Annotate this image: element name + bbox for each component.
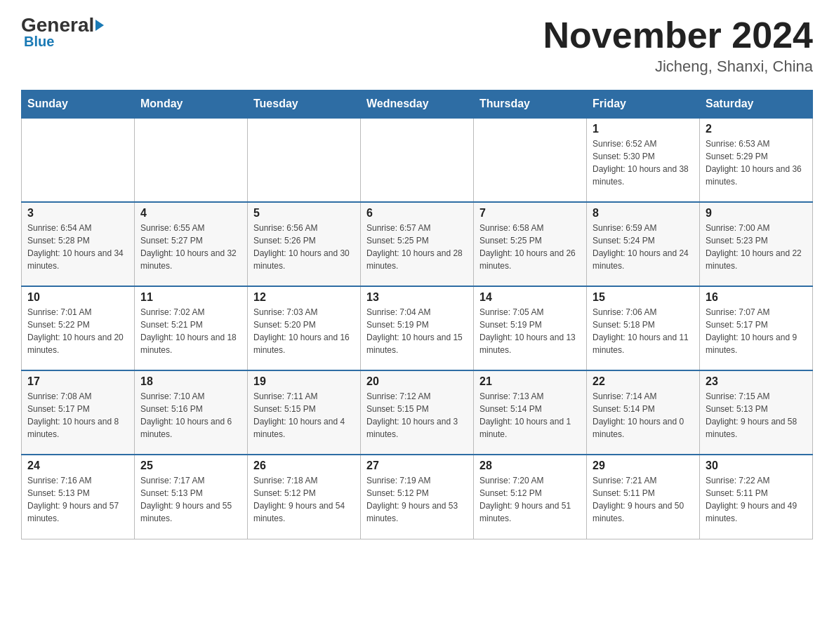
calendar-cell: 5Sunrise: 6:56 AMSunset: 5:26 PMDaylight… [248, 202, 361, 286]
day-number: 2 [706, 123, 807, 135]
day-number: 5 [253, 207, 355, 220]
day-number: 16 [706, 291, 807, 304]
day-number: 29 [593, 459, 694, 472]
day-info: Sunrise: 7:21 AMSunset: 5:11 PMDaylight:… [593, 474, 694, 525]
day-info: Sunrise: 7:17 AMSunset: 5:13 PMDaylight:… [140, 474, 241, 525]
logo: General Blue [21, 14, 105, 50]
calendar-cell: 3Sunrise: 6:54 AMSunset: 5:28 PMDaylight… [22, 202, 135, 286]
day-info: Sunrise: 6:57 AMSunset: 5:25 PMDaylight:… [366, 222, 468, 272]
logo-triangle-icon [95, 20, 104, 31]
calendar-cell: 11Sunrise: 7:02 AMSunset: 5:21 PMDayligh… [135, 286, 248, 370]
day-info: Sunrise: 6:59 AMSunset: 5:24 PMDaylight:… [593, 222, 694, 272]
page-header: General Blue November 2024 Jicheng, Shan… [21, 14, 813, 76]
calendar-cell: 21Sunrise: 7:13 AMSunset: 5:14 PMDayligh… [474, 370, 587, 455]
day-info: Sunrise: 6:53 AMSunset: 5:29 PMDaylight:… [706, 137, 807, 188]
day-number: 7 [479, 207, 581, 220]
weekday-header-friday: Friday [587, 90, 700, 119]
day-info: Sunrise: 7:20 AMSunset: 5:12 PMDaylight:… [479, 474, 581, 525]
day-number: 21 [479, 375, 581, 388]
calendar-cell: 25Sunrise: 7:17 AMSunset: 5:13 PMDayligh… [135, 455, 248, 539]
day-info: Sunrise: 6:56 AMSunset: 5:26 PMDaylight:… [253, 222, 355, 272]
calendar-week-row: 3Sunrise: 6:54 AMSunset: 5:28 PMDaylight… [22, 202, 813, 286]
day-info: Sunrise: 7:19 AMSunset: 5:12 PMDaylight:… [366, 474, 468, 525]
logo-blue: Blue [24, 34, 54, 50]
day-number: 12 [253, 291, 355, 304]
day-number: 30 [706, 459, 807, 472]
day-number: 20 [366, 375, 468, 388]
weekday-header-sunday: Sunday [22, 90, 135, 119]
calendar-cell: 2Sunrise: 6:53 AMSunset: 5:29 PMDaylight… [700, 118, 813, 202]
weekday-header-monday: Monday [135, 90, 248, 119]
day-number: 9 [706, 207, 807, 220]
calendar-cell: 6Sunrise: 6:57 AMSunset: 5:25 PMDaylight… [361, 202, 474, 286]
day-info: Sunrise: 6:58 AMSunset: 5:25 PMDaylight:… [479, 222, 581, 272]
weekday-header-row: SundayMondayTuesdayWednesdayThursdayFrid… [22, 90, 813, 119]
calendar-cell: 16Sunrise: 7:07 AMSunset: 5:17 PMDayligh… [700, 286, 813, 370]
calendar-cell: 22Sunrise: 7:14 AMSunset: 5:14 PMDayligh… [587, 370, 700, 455]
weekday-header-wednesday: Wednesday [361, 90, 474, 119]
calendar-week-row: 1Sunrise: 6:52 AMSunset: 5:30 PMDaylight… [22, 118, 813, 202]
day-info: Sunrise: 7:18 AMSunset: 5:12 PMDaylight:… [253, 474, 355, 525]
calendar-cell: 10Sunrise: 7:01 AMSunset: 5:22 PMDayligh… [22, 286, 135, 370]
calendar-cell: 29Sunrise: 7:21 AMSunset: 5:11 PMDayligh… [587, 455, 700, 539]
day-number: 1 [593, 123, 694, 135]
day-info: Sunrise: 7:14 AMSunset: 5:14 PMDaylight:… [593, 390, 694, 441]
day-info: Sunrise: 7:06 AMSunset: 5:18 PMDaylight:… [593, 306, 694, 356]
calendar-cell: 15Sunrise: 7:06 AMSunset: 5:18 PMDayligh… [587, 286, 700, 370]
day-info: Sunrise: 7:12 AMSunset: 5:15 PMDaylight:… [366, 390, 468, 441]
day-info: Sunrise: 7:22 AMSunset: 5:11 PMDaylight:… [706, 474, 807, 525]
day-info: Sunrise: 7:11 AMSunset: 5:15 PMDaylight:… [253, 390, 355, 441]
day-number: 11 [140, 291, 241, 304]
day-info: Sunrise: 7:10 AMSunset: 5:16 PMDaylight:… [140, 390, 241, 441]
title-block: November 2024 Jicheng, Shanxi, China [543, 14, 813, 76]
day-number: 6 [366, 207, 468, 220]
weekday-header-saturday: Saturday [700, 90, 813, 119]
calendar-cell: 18Sunrise: 7:10 AMSunset: 5:16 PMDayligh… [135, 370, 248, 455]
day-number: 18 [140, 375, 241, 388]
day-number: 27 [366, 459, 468, 472]
day-info: Sunrise: 6:55 AMSunset: 5:27 PMDaylight:… [140, 222, 241, 272]
day-info: Sunrise: 6:52 AMSunset: 5:30 PMDaylight:… [593, 137, 694, 188]
calendar-cell [248, 118, 361, 202]
day-info: Sunrise: 7:16 AMSunset: 5:13 PMDaylight:… [27, 474, 128, 525]
calendar-week-row: 10Sunrise: 7:01 AMSunset: 5:22 PMDayligh… [22, 286, 813, 370]
calendar-cell [361, 118, 474, 202]
calendar-week-row: 17Sunrise: 7:08 AMSunset: 5:17 PMDayligh… [22, 370, 813, 455]
day-number: 22 [593, 375, 694, 388]
day-number: 15 [593, 291, 694, 304]
calendar-cell: 17Sunrise: 7:08 AMSunset: 5:17 PMDayligh… [22, 370, 135, 455]
day-number: 26 [253, 459, 355, 472]
calendar-table: SundayMondayTuesdayWednesdayThursdayFrid… [21, 90, 813, 539]
month-year-title: November 2024 [543, 14, 813, 56]
day-info: Sunrise: 7:00 AMSunset: 5:23 PMDaylight:… [706, 222, 807, 272]
day-number: 25 [140, 459, 241, 472]
day-info: Sunrise: 7:15 AMSunset: 5:13 PMDaylight:… [706, 390, 807, 441]
day-info: Sunrise: 7:05 AMSunset: 5:19 PMDaylight:… [479, 306, 581, 356]
day-number: 23 [706, 375, 807, 388]
weekday-header-thursday: Thursday [474, 90, 587, 119]
day-info: Sunrise: 6:54 AMSunset: 5:28 PMDaylight:… [27, 222, 128, 272]
day-number: 3 [27, 207, 128, 220]
day-number: 19 [253, 375, 355, 388]
day-number: 17 [27, 375, 128, 388]
calendar-cell [135, 118, 248, 202]
calendar-week-row: 24Sunrise: 7:16 AMSunset: 5:13 PMDayligh… [22, 455, 813, 539]
calendar-cell: 23Sunrise: 7:15 AMSunset: 5:13 PMDayligh… [700, 370, 813, 455]
calendar-cell [22, 118, 135, 202]
day-info: Sunrise: 7:08 AMSunset: 5:17 PMDaylight:… [27, 390, 128, 441]
day-info: Sunrise: 7:04 AMSunset: 5:19 PMDaylight:… [366, 306, 468, 356]
day-number: 13 [366, 291, 468, 304]
day-number: 24 [27, 459, 128, 472]
day-info: Sunrise: 7:03 AMSunset: 5:20 PMDaylight:… [253, 306, 355, 356]
calendar-cell: 30Sunrise: 7:22 AMSunset: 5:11 PMDayligh… [700, 455, 813, 539]
calendar-cell: 4Sunrise: 6:55 AMSunset: 5:27 PMDaylight… [135, 202, 248, 286]
calendar-cell: 14Sunrise: 7:05 AMSunset: 5:19 PMDayligh… [474, 286, 587, 370]
day-number: 28 [479, 459, 581, 472]
calendar-cell: 13Sunrise: 7:04 AMSunset: 5:19 PMDayligh… [361, 286, 474, 370]
day-number: 8 [593, 207, 694, 220]
calendar-cell: 7Sunrise: 6:58 AMSunset: 5:25 PMDaylight… [474, 202, 587, 286]
calendar-cell [474, 118, 587, 202]
day-number: 10 [27, 291, 128, 304]
location-subtitle: Jicheng, Shanxi, China [543, 58, 813, 76]
day-info: Sunrise: 7:07 AMSunset: 5:17 PMDaylight:… [706, 306, 807, 356]
